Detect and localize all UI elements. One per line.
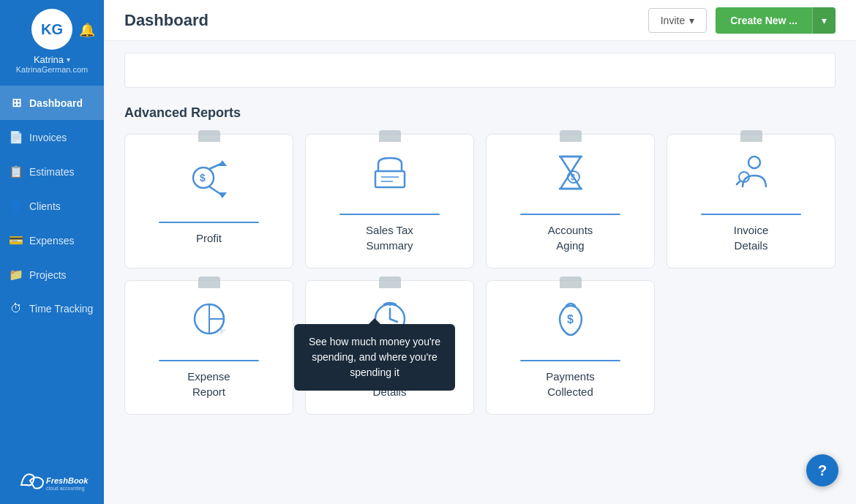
card-divider [339,360,440,361]
top-bar [124,53,836,88]
card-divider [701,214,802,215]
time-tracking-icon: ⏱ [9,302,23,315]
svg-text:$: $ [567,313,574,326]
profit-icon: $ [186,157,233,204]
svg-marker-5 [218,160,227,166]
sidebar-item-label: Time Tracking [29,303,93,315]
card-divider [159,360,260,361]
user-name: Katrina [34,54,64,65]
sidebar-item-projects[interactable]: 📁 Projects [0,257,104,292]
card-clip-icon [198,277,220,288]
sidebar-item-label: Clients [29,200,61,212]
sidebar-item-label: Dashboard [29,97,83,109]
card-label: Sales TaxSummary [366,222,413,253]
main-content: Dashboard Invite ▾ Create New ... ▾ Adva… [104,0,856,504]
create-new-group: Create New ... ▾ [716,7,836,34]
card-clip-icon [379,277,401,288]
create-new-button[interactable]: Create New ... [716,7,812,34]
header-actions: Invite ▾ Create New ... ▾ [648,7,836,34]
invoice-details-card[interactable]: InvoiceDetails [667,134,836,268]
card-clip-icon [198,130,220,142]
notification-bell-icon[interactable]: 🔔 [79,22,95,38]
svg-rect-8 [375,171,405,187]
user-domain: KatrinaGerman.com [16,65,88,74]
content-area: Advanced Reports $ [104,41,856,504]
sidebar: 🔔 KG Katrina ▾ KatrinaGerman.com ⊞ Dashb… [0,0,104,504]
sidebar-item-label: Projects [29,269,67,281]
card-divider [159,222,260,223]
svg-text:FreshBooks: FreshBooks [46,476,89,485]
card-clip-icon [560,130,582,142]
expenses-icon: 💳 [9,233,23,247]
sidebar-item-expenses[interactable]: 💳 Expenses [0,223,104,257]
sidebar-item-time-tracking[interactable]: ⏱ Time Tracking [0,292,104,326]
clients-icon: 👤 [9,199,23,213]
freshbooks-logo: FreshBooks cloud accounting [0,457,104,504]
profit-card[interactable]: $ Profit [124,134,293,268]
invoices-icon: 📄 [9,130,23,144]
card-divider [520,214,621,215]
sidebar-item-clients[interactable]: 👤 Clients [0,189,104,223]
card-label: InvoiceDetails [734,222,769,253]
card-clip-icon [379,130,401,142]
payments-collected-card[interactable]: $ PaymentsCollected [486,280,655,415]
payments-collected-icon: $ [547,296,594,342]
estimates-icon: 📋 [9,165,23,178]
svg-text:☞: ☞ [217,326,226,337]
freshbooks-logo-svg: FreshBooks cloud accounting [15,469,89,492]
report-cards-row1: $ Profit [124,134,836,268]
invoice-details-icon [728,149,775,196]
svg-line-17 [737,181,740,184]
svg-text:$: $ [571,173,575,181]
svg-text:$: $ [200,172,206,184]
card-label: PaymentsCollected [546,369,595,399]
page-title: Dashboard [124,11,209,30]
header: Dashboard Invite ▾ Create New ... ▾ [104,0,856,41]
card-label: ExpenseReport [187,369,230,399]
sidebar-item-label: Expenses [29,235,74,247]
sidebar-item-invoices[interactable]: 📄 Invoices [0,120,104,154]
accounts-aging-icon: $ [547,149,594,196]
create-new-dropdown-button[interactable]: ▾ [812,7,836,34]
avatar: KG [31,9,72,50]
dashboard-icon: ⊞ [9,96,23,110]
sidebar-item-label: Invoices [29,132,67,143]
svg-marker-7 [218,192,227,198]
card-label: Profit [196,230,222,246]
svg-line-24 [390,319,397,322]
sidebar-item-label: Estimates [29,166,74,178]
section-title: Advanced Reports [124,105,836,121]
invite-chevron-icon: ▾ [689,15,694,26]
card-clip-icon [560,277,582,288]
time-entry-icon [367,296,413,342]
sidebar-item-dashboard[interactable]: ⊞ Dashboard [0,86,104,120]
projects-icon: 📁 [9,268,23,282]
invite-button[interactable]: Invite ▾ [648,8,707,33]
time-entry-details-card[interactable]: Time EntryDetails [305,280,474,415]
sales-tax-icon [367,149,413,196]
card-label: AccountsAging [548,222,593,253]
card-divider [339,214,440,215]
report-cards-row2: ☞ ExpenseReport [124,280,836,415]
sales-tax-summary-card[interactable]: Sales TaxSummary [305,134,474,268]
user-dropdown-icon[interactable]: ▾ [67,56,70,64]
card-label: Time EntryDetails [364,369,416,399]
help-button[interactable]: ? [806,454,838,486]
accounts-aging-card[interactable]: $ AccountsAging [486,134,655,268]
svg-point-15 [748,157,760,168]
expense-report-card[interactable]: ☞ ExpenseReport [124,280,293,415]
card-clip-icon [740,130,762,142]
sidebar-item-estimates[interactable]: 📋 Estimates [0,154,104,189]
card-divider [520,360,621,361]
expense-report-icon: ☞ [186,296,233,342]
svg-text:cloud accounting: cloud accounting [46,486,85,492]
